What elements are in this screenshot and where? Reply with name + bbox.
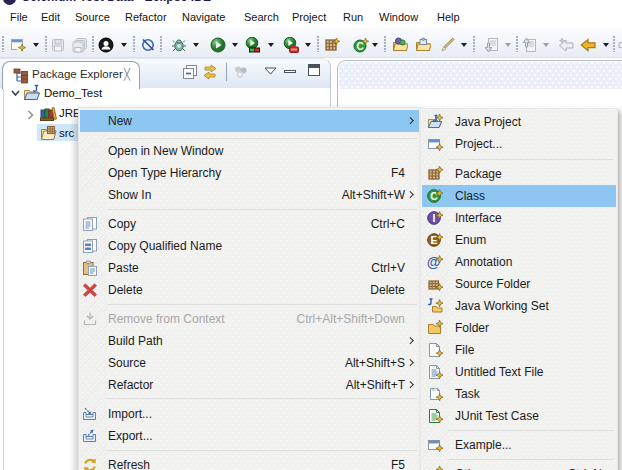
svg-text:@: @ [427, 254, 440, 270]
svg-text:C: C [356, 41, 363, 52]
svg-text:E: E [430, 234, 437, 246]
svg-text:I: I [433, 212, 436, 224]
svg-text:C: C [430, 190, 438, 202]
